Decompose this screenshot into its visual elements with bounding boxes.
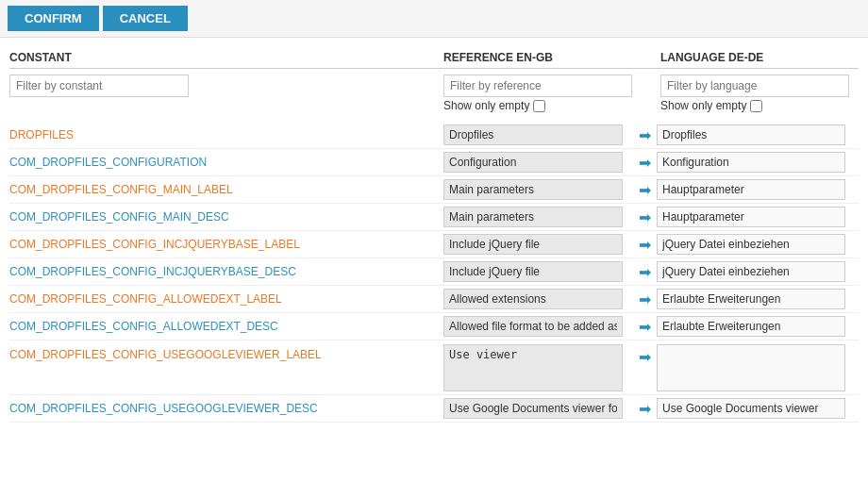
language-cell xyxy=(657,179,859,200)
language-input[interactable] xyxy=(657,207,845,227)
filter-reference-input[interactable] xyxy=(443,75,632,97)
table-row: COM_DROPFILES_CONFIG_INCJQUERYBASE_LABEL… xyxy=(9,231,859,258)
constant-cell: COM_DROPFILES_CONFIG_INCJQUERYBASE_LABEL xyxy=(9,238,443,251)
arrow-icon: ➡ xyxy=(632,344,657,366)
arrow-icon: ➡ xyxy=(632,263,657,281)
reference-input[interactable] xyxy=(443,152,623,173)
reference-input[interactable] xyxy=(443,316,623,337)
language-cell xyxy=(657,124,859,145)
reference-cell xyxy=(443,316,632,337)
language-cell xyxy=(657,289,859,309)
constant-cell: COM_DROPFILES_CONFIG_MAIN_LABEL xyxy=(9,183,443,196)
reference-cell xyxy=(443,398,632,419)
reference-input[interactable] xyxy=(443,398,623,419)
show-only-empty-language-label: Show only empty xyxy=(660,99,746,112)
constant-column-header: CONSTANT xyxy=(9,51,443,64)
reference-input[interactable] xyxy=(443,179,623,200)
filter-constant-input[interactable] xyxy=(9,75,189,97)
table-row: COM_DROPFILES_CONFIG_ALLOWEDEXT_LABEL➡ xyxy=(9,286,859,313)
reference-cell xyxy=(443,207,632,227)
constant-cell: COM_DROPFILES_CONFIG_ALLOWEDEXT_LABEL xyxy=(9,292,443,306)
toolbar: CONFIRM CANCEL xyxy=(0,0,868,38)
language-input[interactable] xyxy=(657,124,845,145)
reference-cell xyxy=(443,179,632,200)
reference-input[interactable] xyxy=(443,124,623,145)
reference-input[interactable] xyxy=(443,289,623,309)
language-input[interactable] xyxy=(657,261,845,282)
table-row: COM_DROPFILES_CONFIGURATION➡ xyxy=(9,149,859,176)
show-only-empty-reference: Show only empty xyxy=(443,99,660,112)
constant-cell: COM_DROPFILES_CONFIG_USEGOOGLEVIEWER_DES… xyxy=(9,402,443,415)
table-row: DROPFILES➡ xyxy=(9,122,859,149)
cancel-button[interactable]: CANCEL xyxy=(103,6,188,31)
language-input[interactable] xyxy=(657,234,845,255)
constant-cell: COM_DROPFILES_CONFIGURATION xyxy=(9,156,443,169)
table-row: COM_DROPFILES_CONFIG_ALLOWEDEXT_DESC➡ xyxy=(9,313,859,340)
arrow-icon: ➡ xyxy=(632,126,657,144)
table-row: COM_DROPFILES_CONFIG_USEGOOGLEVIEWER_DES… xyxy=(9,395,859,423)
language-column-header: LANGUAGE DE-DE xyxy=(660,51,859,64)
language-cell xyxy=(657,316,859,337)
table-row: COM_DROPFILES_CONFIG_MAIN_LABEL➡ xyxy=(9,176,859,204)
arrow-icon: ➡ xyxy=(632,236,657,254)
language-cell xyxy=(657,152,859,173)
constant-cell: COM_DROPFILES_CONFIG_ALLOWEDEXT_DESC xyxy=(9,320,443,333)
show-only-empty-reference-label: Show only empty xyxy=(443,99,529,112)
reference-cell xyxy=(443,152,632,173)
filter-row: Show only empty Show only empty xyxy=(9,75,859,112)
confirm-button[interactable]: CONFIRM xyxy=(8,6,99,31)
language-input[interactable] xyxy=(657,179,845,200)
constant-cell: COM_DROPFILES_CONFIG_USEGOOGLEVIEWER_LAB… xyxy=(9,344,443,361)
main-container: CONSTANT REFERENCE EN-GB LANGUAGE DE-DE … xyxy=(0,38,868,430)
arrow-icon: ➡ xyxy=(632,318,657,336)
constant-cell: COM_DROPFILES_CONFIG_MAIN_DESC xyxy=(9,210,443,224)
arrow-icon: ➡ xyxy=(632,181,657,199)
arrow-icon: ➡ xyxy=(632,290,657,308)
table-row: COM_DROPFILES_CONFIG_USEGOOGLEVIEWER_LAB… xyxy=(9,340,859,395)
language-cell xyxy=(657,234,859,255)
reference-cell xyxy=(443,234,632,255)
filter-reference-area: Show only empty xyxy=(443,75,660,112)
filter-language-area: Show only empty xyxy=(660,75,859,112)
reference-input[interactable] xyxy=(443,261,623,282)
reference-column-header: REFERENCE EN-GB xyxy=(443,51,660,64)
arrow-icon: ➡ xyxy=(632,154,657,172)
table-row: COM_DROPFILES_CONFIG_MAIN_DESC➡ xyxy=(9,204,859,231)
arrow-icon: ➡ xyxy=(632,400,657,418)
language-input[interactable] xyxy=(657,152,845,173)
show-only-empty-reference-checkbox[interactable] xyxy=(533,100,545,112)
show-only-empty-language: Show only empty xyxy=(660,99,859,112)
language-cell xyxy=(657,261,859,282)
reference-textarea[interactable]: Use viewer xyxy=(443,344,623,391)
data-rows-container: DROPFILES➡COM_DROPFILES_CONFIGURATION➡CO… xyxy=(9,122,859,423)
reference-cell xyxy=(443,289,632,309)
language-cell xyxy=(657,207,859,227)
filter-language-input[interactable] xyxy=(660,75,849,97)
language-textarea[interactable] xyxy=(657,344,845,391)
constant-cell: COM_DROPFILES_CONFIG_INCJQUERYBASE_DESC xyxy=(9,265,443,278)
table-row: COM_DROPFILES_CONFIG_INCJQUERYBASE_DESC➡ xyxy=(9,258,859,286)
language-input[interactable] xyxy=(657,289,845,309)
constant-cell: DROPFILES xyxy=(9,128,443,141)
language-cell xyxy=(657,398,859,419)
columns-header: CONSTANT REFERENCE EN-GB LANGUAGE DE-DE xyxy=(9,45,859,69)
reference-cell xyxy=(443,124,632,145)
reference-input[interactable] xyxy=(443,234,623,255)
show-only-empty-language-checkbox[interactable] xyxy=(750,100,762,112)
language-input[interactable] xyxy=(657,398,845,419)
language-input[interactable] xyxy=(657,316,845,337)
reference-input[interactable] xyxy=(443,207,623,227)
reference-cell xyxy=(443,261,632,282)
reference-cell: Use viewer xyxy=(443,344,632,391)
filter-constant-area xyxy=(9,75,443,97)
arrow-icon: ➡ xyxy=(632,208,657,226)
language-cell xyxy=(657,344,859,391)
